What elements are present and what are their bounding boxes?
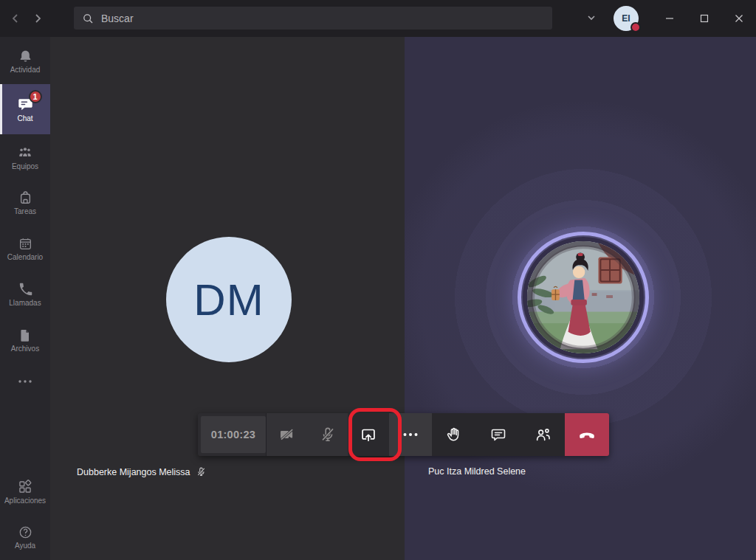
sidebar-spacer [0,400,50,469]
ellipsis-icon [18,379,32,384]
call-control-bar: 01:00:23 [198,413,609,456]
mic-off-button[interactable] [307,413,348,456]
maximize-icon [700,14,709,23]
sidebar-item-label: Chat [17,115,32,122]
search-icon [82,13,94,24]
chevron-right-icon [32,13,43,24]
hang-up-icon [577,425,597,444]
participant-tile-left: DM Dubberke Mijangos Melissa [50,37,405,560]
mic-off-icon [319,426,337,443]
meeting-stage: DM Dubberke Mijangos Melissa [50,37,756,560]
sidebar-item-label: Archivos [11,345,39,353]
chat-icon: 1 [17,96,34,113]
participants-icon [534,426,552,444]
avatar-initials: EI [622,13,630,24]
busy-status-dot [630,22,641,32]
hang-up-button[interactable] [565,413,609,456]
sidebar-more-button[interactable] [0,363,50,400]
forward-button[interactable] [27,0,49,37]
avatar-initials-text: DM [193,274,264,325]
sidebar-item-calendario[interactable]: Calendario [0,226,50,272]
more-options-icon [402,432,419,437]
chat-bubble-icon [489,426,507,443]
unread-badge: 1 [29,90,42,103]
back-button[interactable] [4,0,27,37]
avatar[interactable]: EI [614,6,639,31]
assignments-icon [18,190,33,206]
sidebar-item-equipos[interactable]: Equipos [0,134,50,180]
sidebar-item-label: Aplicaciones [4,497,46,505]
search-bar[interactable] [74,7,552,30]
sidebar-item-label: Calendario [7,254,43,261]
sidebar-item-llamadas[interactable]: Llamadas [0,272,50,317]
sidebar-item-label: Actividad [10,66,41,74]
participant-avatar-initials: DM [166,237,292,362]
titlebar: EI [0,0,756,37]
calendar-icon [18,236,33,252]
participant-avatar-photo [523,237,644,358]
participant-name-text: Puc Itza Mildred Selene [428,466,526,477]
window-controls [652,0,756,37]
participant-name-label: Dubberke Mijangos Melissa [77,466,207,477]
help-icon [18,525,33,540]
mic-muted-icon [196,466,207,477]
close-button[interactable] [721,0,756,37]
camera-off-button[interactable] [267,413,307,456]
call-timer: 01:00:23 [201,416,266,453]
camera-off-icon [278,426,296,443]
chevron-left-icon [10,13,21,24]
participant-avatar-ring [518,232,649,363]
sidebar-item-archivos[interactable]: Archivos [0,317,50,363]
chevron-down-icon[interactable] [586,13,597,23]
teams-icon [17,145,33,161]
raise-hand-icon [445,426,464,444]
share-screen-icon [359,425,378,444]
maximize-button[interactable] [687,0,721,37]
bell-icon [18,49,33,64]
sidebar-item-tareas[interactable]: Tareas [0,180,50,226]
sidebar-item-chat[interactable]: 1 Chat [0,84,50,134]
participant-name-label: Puc Itza Mildred Selene [428,466,526,477]
search-input[interactable] [100,12,552,25]
apps-icon [17,479,33,495]
share-screen-button[interactable] [348,413,389,456]
files-icon [18,328,32,343]
show-participants-button[interactable] [520,413,565,456]
more-options-button[interactable] [389,413,432,456]
app-rail: Actividad 1 Chat Equipos Tareas [0,37,50,560]
show-chat-button[interactable] [476,413,520,456]
sidebar-item-label: Llamadas [9,300,41,307]
sidebar-item-ayuda[interactable]: Ayuda [0,514,50,560]
calls-icon [18,282,33,297]
participant-name-text: Dubberke Mijangos Melissa [77,467,190,477]
raise-hand-button[interactable] [432,413,476,456]
sidebar-item-aplicaciones[interactable]: Aplicaciones [0,469,50,514]
avatar-photo-illustration [526,240,641,355]
minimize-icon [665,14,674,23]
sidebar-item-label: Tareas [14,208,36,215]
sidebar-item-actividad[interactable]: Actividad [0,38,50,84]
sidebar-item-label: Ayuda [15,542,35,550]
close-icon [735,14,743,23]
sidebar-item-label: Equipos [12,163,38,170]
participant-tile-right: Puc Itza Mildred Selene [405,37,756,560]
minimize-button[interactable] [652,0,687,37]
